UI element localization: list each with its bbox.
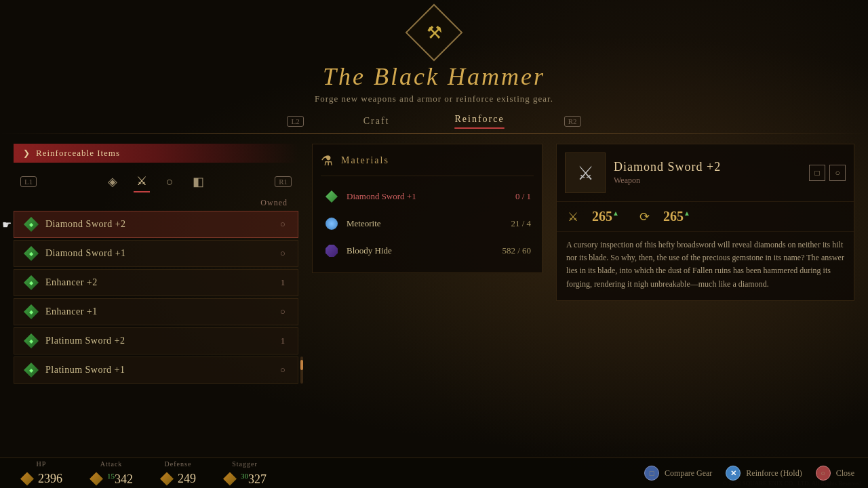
attack-label: Attack: [100, 460, 123, 468]
material-item-0: Diamond Sword +1 0 / 1: [321, 183, 534, 210]
item-row[interactable]: Enhancer +1 ○: [14, 298, 298, 325]
defense-value: 249: [178, 472, 196, 486]
stagger-bonus: 30: [241, 472, 248, 480]
close-label: Close: [836, 468, 854, 479]
detail-header: ⚔ Diamond Sword +2 Weapon □ ○: [557, 144, 854, 202]
item-icon-4: [24, 333, 39, 348]
stat-attack: Attack 15342: [90, 460, 133, 487]
tab-key-r2: R2: [564, 116, 581, 127]
material-item-1: Meteorite 21 / 4: [321, 210, 534, 237]
reinforce-btn-icon: ✕: [726, 466, 741, 481]
materials-panel: ⚗ Materials Diamond Sword +1 0 / 1 Meteo…: [312, 144, 542, 488]
page-subtitle: Forge new weapons and armor or reinforce…: [315, 94, 553, 104]
filter-icon-sword[interactable]: ⚔: [134, 171, 150, 192]
tab-craft[interactable]: Craft: [358, 113, 395, 129]
detail-actions: □ ○: [809, 165, 846, 181]
item-row[interactable]: Platinum Sword +1 ○: [14, 357, 298, 384]
chevron-icon: ❯: [23, 148, 31, 159]
item-icon-5: [24, 363, 39, 378]
item-row[interactable]: Enhancer +2 1: [14, 269, 298, 296]
stat-value-secondary: 265▲: [663, 209, 690, 224]
stagger-value: 30327: [241, 472, 267, 487]
stats-row: HP 2396 Attack 15342 Defense 249 Sta: [20, 460, 267, 487]
compare-btn-icon: □: [644, 466, 659, 481]
material-name-0: Diamond Sword +1: [347, 191, 509, 202]
materials-icon: ⚗: [321, 152, 334, 169]
filter-icon-ring[interactable]: ○: [163, 172, 176, 192]
material-icon-gem: [323, 188, 340, 205]
stat-stagger: Stagger 30327: [223, 460, 267, 487]
item-count-0: ○: [277, 219, 288, 230]
filter-key-r1[interactable]: R1: [275, 176, 292, 187]
compare-action-btn[interactable]: □: [809, 165, 825, 181]
hp-label: HP: [37, 460, 47, 468]
filter-row: L1 ◈ ⚔ ○ ◧ R1: [14, 168, 298, 198]
material-name-2: Bloody Hide: [347, 245, 495, 256]
left-panel: ❯ Reinforceable Items L1 ◈ ⚔ ○ ◧ R1 Owne…: [14, 144, 298, 488]
reinforce-action[interactable]: ✕ Reinforce (Hold): [726, 466, 802, 481]
item-count-3: ○: [277, 306, 288, 317]
filter-key-l1[interactable]: L1: [20, 176, 37, 187]
item-name-1: Diamond Sword +1: [45, 248, 271, 259]
detail-box: ⚔ Diamond Sword +2 Weapon □ ○ ⚔ 265▲ ⟳ 2…: [556, 144, 854, 301]
attack-icon: ⚔: [568, 209, 578, 224]
bottom-bar: HP 2396 Attack 15342 Defense 249 Sta: [0, 458, 868, 488]
detail-type: Weapon: [614, 176, 721, 186]
page-title: The Black Hammer: [323, 62, 545, 91]
item-row[interactable]: Diamond Sword +1 ○: [14, 240, 298, 267]
attack-value: 15342: [107, 472, 133, 487]
item-name-4: Platinum Sword +2: [45, 336, 271, 346]
detail-panel: ⚔ Diamond Sword +2 Weapon □ ○ ⚔ 265▲ ⟳ 2…: [556, 144, 854, 488]
secondary-stat-icon: ⟳: [639, 209, 650, 224]
attack-bonus: 15: [107, 472, 115, 480]
item-list: ☛ Diamond Sword +2 ○ Diamond Sword +1 ○ …: [14, 211, 298, 384]
detail-description: A cursory inspection of this hefty broad…: [557, 231, 854, 300]
materials-title: ⚗ Materials: [321, 152, 534, 176]
stagger-label: Stagger: [232, 460, 258, 468]
compare-gear-label: Compare Gear: [665, 468, 712, 479]
section-label: Reinforceable Items: [36, 148, 120, 159]
stagger-icon: [223, 472, 237, 486]
header: ⚒ The Black Hammer Forge new weapons and…: [0, 0, 868, 104]
material-count-0: 0 / 1: [515, 191, 531, 202]
hp-value: 2396: [38, 472, 62, 486]
item-name-5: Platinum Sword +1: [45, 365, 271, 375]
material-icon-hide: [323, 243, 340, 259]
material-name-1: Meteorite: [347, 218, 504, 229]
material-count-2: 582 / 60: [502, 245, 531, 256]
filter-icon-shield[interactable]: ◧: [190, 171, 207, 192]
item-name-0: Diamond Sword +2: [45, 219, 271, 230]
stat-hp: HP 2396: [20, 460, 62, 486]
attack-icon: [90, 472, 103, 486]
item-icon-2: [24, 275, 39, 290]
info-action-btn[interactable]: ○: [829, 165, 846, 181]
tab-key-l2: L2: [287, 116, 303, 127]
item-row[interactable]: ☛ Diamond Sword +2 ○: [14, 211, 298, 238]
item-count-4: 1: [277, 336, 288, 346]
filter-icons: ◈ ⚔ ○ ◧: [105, 171, 207, 192]
material-item-2: Bloody Hide 582 / 60: [321, 237, 534, 264]
close-action[interactable]: ○ Close: [816, 466, 854, 481]
item-row[interactable]: Platinum Sword +2 1: [14, 327, 298, 354]
bottom-actions: □ Compare Gear ✕ Reinforce (Hold) ○ Clos…: [644, 466, 854, 481]
item-icon-0: [24, 217, 39, 232]
column-header: Owned: [14, 198, 298, 211]
compare-gear-action[interactable]: □ Compare Gear: [644, 466, 712, 481]
section-header: ❯ Reinforceable Items: [14, 144, 298, 163]
item-icon-1: [24, 246, 39, 261]
material-icon-meteor: [323, 216, 340, 232]
item-count-5: ○: [277, 365, 288, 375]
material-count-1: 21 / 4: [511, 218, 531, 229]
defense-label: Defense: [165, 460, 192, 468]
filter-icon-all[interactable]: ◈: [105, 171, 120, 192]
detail-info: Diamond Sword +2 Weapon: [614, 160, 721, 186]
tab-bar: L2 Craft Reinforce R2: [0, 104, 868, 131]
main-content: ❯ Reinforceable Items L1 ◈ ⚔ ○ ◧ R1 Owne…: [0, 134, 868, 488]
tab-reinforce[interactable]: Reinforce: [449, 111, 509, 131]
item-name-2: Enhancer +2: [45, 277, 271, 288]
selected-indicator: ☛: [2, 218, 12, 231]
detail-stats: ⚔ 265▲ ⟳ 265▲: [557, 202, 854, 231]
stat-value-attack: 265▲: [592, 209, 619, 224]
item-icon-3: [24, 304, 39, 319]
detail-name: Diamond Sword +2: [614, 160, 721, 174]
